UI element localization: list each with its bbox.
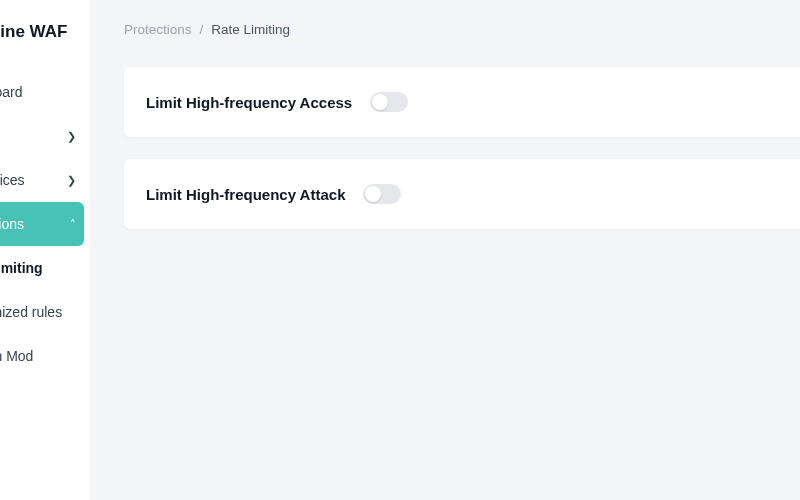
card-title: Limit High-frequency Attack — [146, 186, 345, 203]
sidebar-subitem-customized-rules[interactable]: Customized rules — [0, 290, 90, 334]
breadcrumb-current: Rate Limiting — [211, 22, 290, 37]
sidebar-subitem-captain-mod[interactable]: Captain Mod — [0, 334, 90, 378]
sidebar-item-label: Rate Limiting — [0, 260, 43, 276]
sidebar-item-label: Dashboard — [0, 84, 23, 100]
card-limit-access: Limit High-frequency Access — [124, 67, 800, 137]
sidebar-item-ip-services[interactable]: IP Services ❯ — [0, 158, 90, 202]
sidebar-item-label: Customized rules — [0, 304, 62, 320]
sidebar: SafeLine WAF Dashboard Sites ❯ IP Servic… — [0, 0, 90, 500]
nav: Dashboard Sites ❯ IP Services ❯ Protecti… — [0, 70, 90, 378]
chevron-right-icon: ❯ — [67, 130, 76, 143]
sidebar-item-sites[interactable]: Sites ❯ — [0, 114, 90, 158]
breadcrumb-separator: / — [200, 22, 204, 37]
protections-submenu: Rate Limiting Customized rules Captain M… — [0, 246, 90, 378]
sidebar-item-label: Captain Mod — [0, 348, 33, 364]
toggle-limit-attack[interactable] — [363, 184, 401, 204]
chevron-up-icon: ˄ — [70, 218, 76, 231]
sidebar-subitem-rate-limiting[interactable]: Rate Limiting — [0, 246, 90, 290]
toggle-limit-access[interactable] — [370, 92, 408, 112]
main-content: Protections / Rate Limiting Limit High-f… — [90, 0, 800, 500]
breadcrumb: Protections / Rate Limiting — [124, 22, 800, 67]
card-title: Limit High-frequency Access — [146, 94, 352, 111]
sidebar-item-dashboard[interactable]: Dashboard — [0, 70, 90, 114]
sidebar-item-label: Protections — [0, 216, 24, 232]
toggle-knob — [372, 94, 388, 110]
brand-title: SafeLine WAF — [0, 18, 90, 70]
chevron-right-icon: ❯ — [67, 174, 76, 187]
card-limit-attack: Limit High-frequency Attack — [124, 159, 800, 229]
sidebar-item-label: IP Services — [0, 172, 25, 188]
toggle-knob — [365, 186, 381, 202]
sidebar-item-protections[interactable]: Protections ˄ — [0, 202, 84, 246]
breadcrumb-parent[interactable]: Protections — [124, 22, 192, 37]
